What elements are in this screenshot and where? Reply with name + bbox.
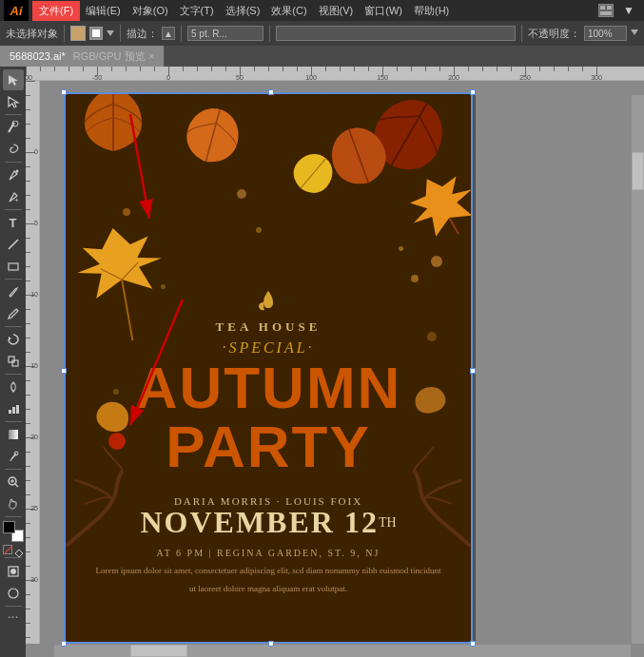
poster-document: TEA HOUSE ·SPECIAL· AUTUMN PARTY DARIA M… xyxy=(64,92,473,644)
tool-extra-1[interactable] xyxy=(3,561,24,582)
svg-rect-0 xyxy=(600,6,605,10)
menu-file[interactable]: 文件(F) xyxy=(32,1,80,21)
menu-object[interactable]: 对象(O) xyxy=(127,2,174,20)
opacity-dropdown[interactable] xyxy=(631,29,638,37)
tool-add-anchor[interactable]: + xyxy=(3,186,24,207)
tool-graph[interactable] xyxy=(3,398,24,419)
handle-bl[interactable] xyxy=(61,641,67,647)
canvas-document-area[interactable]: TEA HOUSE ·SPECIAL· AUTUMN PARTY DARIA M… xyxy=(40,81,644,657)
handle-tc[interactable] xyxy=(268,89,274,95)
svg-rect-2 xyxy=(600,11,612,15)
scrollbar-horizontal[interactable] xyxy=(54,644,631,657)
tool-warp[interactable] xyxy=(3,377,24,397)
tool-pencil[interactable] xyxy=(3,303,24,324)
menu-expand[interactable]: ▼ xyxy=(617,2,640,19)
left-toolbar: + T xyxy=(0,67,26,657)
tab-bar: 5688023.ai* RGB/GPU 预览 × xyxy=(0,46,644,67)
ruler-top: -100-50050100150200250300 xyxy=(26,67,644,81)
leaf-1 xyxy=(75,92,151,161)
svg-point-25 xyxy=(10,569,16,574)
stroke-decrement[interactable]: ▲ xyxy=(162,27,175,40)
tea-house-icon xyxy=(254,289,283,321)
tool-more[interactable]: ··· xyxy=(8,609,19,624)
svg-point-26 xyxy=(9,589,18,598)
venue-label: AT 6 PM | REGINA GARDEN, ST. 9, NJ xyxy=(66,543,471,560)
svg-rect-16 xyxy=(16,405,19,414)
menu-bar: Ai 文件(F) 编辑(E) 对象(O) 文字(T) 选择(S) 效果(C) 视… xyxy=(0,0,644,21)
menu-view[interactable]: 视图(V) xyxy=(313,2,360,20)
svg-rect-14 xyxy=(9,410,11,414)
tool-direct-selection[interactable] xyxy=(3,91,24,112)
svg-rect-15 xyxy=(12,407,15,414)
handle-tr[interactable] xyxy=(470,89,476,95)
menu-window[interactable]: 窗口(W) xyxy=(359,2,408,20)
opacity-label: 不透明度： xyxy=(528,27,580,41)
tab-filename: 5688023.ai* xyxy=(10,50,66,62)
stroke-input[interactable]: 5 pt. R... xyxy=(187,26,263,41)
tool-extra-2[interactable] xyxy=(3,583,24,604)
menu-effect[interactable]: 效果(C) xyxy=(265,2,312,20)
handle-mr[interactable] xyxy=(470,368,476,374)
menu-help[interactable]: 帮助(H) xyxy=(408,2,455,20)
app-logo: Ai xyxy=(4,0,29,21)
swatch-dropdown[interactable] xyxy=(107,25,114,42)
tool-hand[interactable] xyxy=(3,493,24,514)
svg-rect-10 xyxy=(9,263,18,270)
svg-marker-3 xyxy=(9,75,18,86)
tool-paintbrush[interactable] xyxy=(3,281,24,302)
swap-icon[interactable] xyxy=(14,545,24,554)
canvas-area[interactable]: -100-50050100150200250300 05101520253035… xyxy=(26,67,644,657)
stroke-label: 描边： xyxy=(127,27,158,41)
tool-gradient[interactable] xyxy=(3,424,24,445)
handle-ml[interactable] xyxy=(61,368,67,374)
menu-select[interactable]: 选择(S) xyxy=(220,2,266,20)
color-picker-bar[interactable] xyxy=(276,26,516,41)
fill-swatch[interactable] xyxy=(70,26,86,41)
autumn-label: AUTUMN xyxy=(66,358,471,417)
workspace-icon xyxy=(598,4,614,17)
svg-marker-4 xyxy=(9,97,18,107)
tool-shape-rect[interactable] xyxy=(3,256,24,277)
svg-line-9 xyxy=(9,240,18,249)
svg-rect-13 xyxy=(12,360,18,366)
tool-magic-wand[interactable] xyxy=(3,117,24,138)
svg-point-7 xyxy=(15,170,18,173)
menu-text[interactable]: 文字(T) xyxy=(174,2,220,20)
tool-scale[interactable] xyxy=(3,351,24,372)
svg-line-18 xyxy=(11,454,16,459)
document-tab[interactable]: 5688023.ai* RGB/GPU 预览 × xyxy=(0,46,165,67)
opacity-input[interactable]: 100% xyxy=(584,26,627,41)
handle-bc[interactable] xyxy=(268,641,274,647)
tool-eyedropper[interactable] xyxy=(3,446,24,467)
svg-rect-12 xyxy=(9,357,14,362)
tool-rotate[interactable] xyxy=(3,329,24,350)
svg-line-21 xyxy=(15,484,18,487)
scrollbar-vertical[interactable] xyxy=(631,95,644,644)
menu-edit[interactable]: 编辑(E) xyxy=(80,2,127,20)
tool-line[interactable] xyxy=(3,234,24,255)
svg-line-5 xyxy=(9,123,14,132)
none-icon[interactable] xyxy=(3,545,12,554)
tool-pen[interactable] xyxy=(3,164,24,185)
tea-house-label: TEA HOUSE xyxy=(66,318,471,335)
tool-lasso[interactable] xyxy=(3,139,24,160)
none-swap-icons xyxy=(3,545,24,554)
handle-br[interactable] xyxy=(470,641,476,647)
svg-rect-17 xyxy=(9,430,18,439)
handle-tl[interactable] xyxy=(61,89,67,95)
annotation-circle xyxy=(108,433,126,450)
party-label: PARTY xyxy=(66,417,471,476)
stroke-swatch[interactable] xyxy=(89,27,103,40)
svg-text:+: + xyxy=(14,196,19,203)
tab-mode: RGB/GPU 预览 xyxy=(73,49,146,64)
date-label: NOVEMBER 12TH xyxy=(66,505,471,540)
tool-type[interactable]: T xyxy=(3,212,24,233)
body-text: Lorem ipsum dolor sit amet, consectetuer… xyxy=(94,560,442,595)
svg-rect-1 xyxy=(607,6,612,10)
svg-marker-11 xyxy=(9,337,11,340)
tab-close-btn[interactable]: × xyxy=(149,51,155,62)
tool-selection[interactable] xyxy=(3,69,24,90)
tool-zoom[interactable] xyxy=(3,472,24,493)
main-area: + T xyxy=(0,67,644,657)
color-swatches[interactable] xyxy=(3,521,24,542)
